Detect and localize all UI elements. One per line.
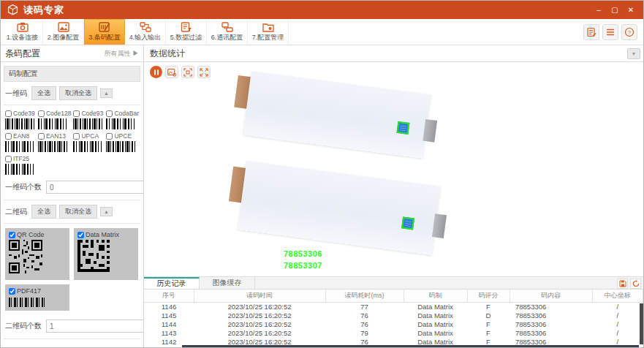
oned-collapse-button[interactable]: ▲ bbox=[100, 88, 113, 98]
col-elapsed-ms[interactable]: 读码耗时(ms) bbox=[325, 290, 404, 302]
twod-select-all-button[interactable]: 全选 bbox=[31, 205, 56, 219]
report-button[interactable] bbox=[583, 24, 599, 40]
tab-barcode-config[interactable]: 3.条码配置 bbox=[84, 19, 125, 45]
oned-barcode-grid: Code39 Code128 Code9 bbox=[4, 110, 140, 175]
history-table-header: 序号 读码时间 读码耗时(ms) 码制 码评分 码内容 中心坐标 bbox=[144, 290, 643, 302]
itf25-checkbox-row[interactable]: ITF25 bbox=[5, 155, 36, 162]
twod-tile-grid: QR Code bbox=[4, 228, 140, 311]
data-filter-icon bbox=[181, 22, 192, 32]
table-row[interactable]: 1143 2023/10/25 16:20:52 79 Data Matrix … bbox=[144, 328, 643, 337]
table-row[interactable]: 1146 2023/10/25 16:20:52 77 Data Matrix … bbox=[144, 302, 643, 311]
cell2-body bbox=[238, 161, 441, 255]
barcode-type-ean13: EAN13 bbox=[38, 132, 72, 152]
twod-count-row: 二维码个数 ▲ ▼ bbox=[4, 317, 140, 339]
ean8-checkbox-row[interactable]: EAN8 bbox=[5, 132, 36, 140]
ean13-checkbox[interactable] bbox=[38, 133, 45, 140]
tab-device-connect[interactable]: 1.设备连接 bbox=[2, 19, 43, 45]
left-panel-body: 码制配置 一维码 全选 取消全选 ▲ Code39 bbox=[1, 62, 143, 348]
tab-input-output[interactable]: 4.输入输出 bbox=[125, 19, 166, 45]
table-row[interactable]: 1145 2023/10/25 16:20:52 76 Data Matrix … bbox=[144, 311, 643, 319]
barcode-edit-icon bbox=[99, 22, 110, 32]
minimize-button[interactable]: – bbox=[592, 4, 605, 16]
app-logo-cube-icon bbox=[7, 4, 19, 16]
maximize-button[interactable]: ▢ bbox=[608, 4, 621, 16]
code93-checkbox-row[interactable]: Code93 bbox=[73, 110, 104, 117]
all-properties-link[interactable]: 所有属性 ▶ bbox=[104, 49, 139, 58]
barcode-type-upce: UPCE bbox=[106, 132, 139, 152]
code-system-section-header: 码制配置 bbox=[4, 66, 140, 82]
code128-checkbox[interactable] bbox=[38, 110, 45, 117]
ean13-checkbox-row[interactable]: EAN13 bbox=[38, 132, 72, 140]
upca-checkbox-row[interactable]: UPCA bbox=[73, 132, 104, 140]
tab-history-records[interactable]: 历史记录 bbox=[144, 277, 200, 289]
code39-checkbox[interactable] bbox=[5, 110, 12, 117]
codabar-checkbox-row[interactable]: CodaBar bbox=[106, 110, 139, 117]
code39-barcode-image bbox=[5, 118, 34, 129]
fit-region-button[interactable] bbox=[181, 66, 194, 78]
itf25-checkbox[interactable] bbox=[5, 156, 12, 162]
twod-count-input[interactable] bbox=[47, 320, 143, 332]
all-properties-label: 所有属性 bbox=[104, 50, 130, 57]
code93-barcode-image bbox=[73, 118, 102, 129]
pdf417-checkbox-row[interactable]: PDF417 bbox=[9, 287, 66, 295]
close-button[interactable]: ✕ bbox=[624, 4, 637, 16]
tab-image-config[interactable]: 2.图像配置 bbox=[43, 19, 84, 45]
col-code-content[interactable]: 码内容 bbox=[509, 290, 592, 302]
twod-collapse-button[interactable]: ▲ bbox=[100, 207, 113, 216]
pdf417-checkbox[interactable] bbox=[9, 288, 15, 295]
codabar-checkbox[interactable] bbox=[106, 110, 113, 117]
refresh-history-button[interactable] bbox=[630, 279, 641, 289]
fit-region-icon bbox=[183, 68, 192, 77]
upce-checkbox[interactable] bbox=[106, 133, 113, 140]
oned-count-input[interactable] bbox=[47, 181, 143, 193]
qrcode-checkbox[interactable] bbox=[9, 232, 15, 238]
save-history-button[interactable] bbox=[617, 279, 628, 289]
col-read-time[interactable]: 读码时间 bbox=[194, 290, 325, 302]
table-vertical-scrollbar[interactable] bbox=[640, 303, 643, 344]
pause-button[interactable] bbox=[150, 66, 162, 78]
upce-checkbox-row[interactable]: UPCE bbox=[106, 132, 139, 140]
col-seq[interactable]: 序号 bbox=[144, 290, 194, 302]
battery-cell-image-2 bbox=[238, 161, 441, 255]
col-code-type[interactable]: 码制 bbox=[404, 290, 467, 302]
datamatrix-checkbox[interactable] bbox=[77, 232, 84, 238]
image-viewer[interactable]: 78853306 78853307 bbox=[144, 62, 643, 277]
list-button[interactable] bbox=[602, 24, 618, 40]
oned-deselect-all-button[interactable]: 取消全选 bbox=[59, 86, 97, 100]
col-code-grade[interactable]: 码评分 bbox=[467, 290, 509, 302]
tab-image-cache[interactable]: 图像缓存 bbox=[200, 277, 255, 289]
datamatrix-checkbox-row[interactable]: Data Matrix bbox=[77, 231, 135, 238]
qrcode-checkbox-row[interactable]: QR Code bbox=[9, 231, 66, 238]
tab-label: 6.通讯配置 bbox=[211, 33, 243, 42]
barcode-type-label: Code39 bbox=[13, 110, 35, 117]
twod-group-row: 二维码 全选 取消全选 ▲ bbox=[4, 205, 140, 224]
tab-label: 5.数据过滤 bbox=[170, 33, 202, 42]
oned-select-all-button[interactable]: 全选 bbox=[31, 86, 56, 100]
col-center-coord[interactable]: 中心坐标 bbox=[592, 290, 643, 302]
history-table[interactable]: 序号 读码时间 读码耗时(ms) 码制 码评分 码内容 中心坐标 1146 20 bbox=[144, 290, 643, 348]
tab-config-manage[interactable]: 7.配置管理 bbox=[248, 19, 289, 45]
cell-code-type: Data Matrix bbox=[404, 328, 467, 337]
code128-checkbox-row[interactable]: Code128 bbox=[38, 110, 72, 117]
ean8-checkbox[interactable] bbox=[5, 133, 12, 140]
fullscreen-button[interactable] bbox=[197, 66, 211, 78]
help-button[interactable]: ? bbox=[621, 24, 637, 40]
upca-checkbox[interactable] bbox=[73, 133, 80, 140]
twod-deselect-all-button[interactable]: 取消全选 bbox=[59, 205, 97, 219]
history-tab-bar: 历史记录 图像缓存 bbox=[144, 277, 643, 290]
cell-coord: / bbox=[592, 319, 643, 328]
tab-data-filter[interactable]: 5.数据过滤 bbox=[166, 19, 207, 45]
code39-checkbox-row[interactable]: Code39 bbox=[5, 110, 36, 117]
cell-read-time: 2023/10/25 16:20:52 bbox=[194, 319, 325, 328]
code93-checkbox[interactable] bbox=[73, 110, 80, 117]
table-horizontal-scrollbar[interactable] bbox=[182, 345, 639, 348]
cell-code-type: Data Matrix bbox=[404, 302, 467, 311]
main-toolbar: 1.设备连接 2.图像配置 3.条码配置 4.输入输出 bbox=[1, 19, 643, 45]
cell-content: 78853306 bbox=[509, 328, 592, 337]
cell-read-time: 2023/10/25 16:20:52 bbox=[194, 328, 325, 337]
table-row[interactable]: 1144 2023/10/25 16:20:52 76 Data Matrix … bbox=[144, 319, 643, 328]
tab-communication-config[interactable]: 6.通讯配置 bbox=[207, 19, 248, 45]
ean8-barcode-image bbox=[5, 141, 34, 152]
panel-dropdown-button[interactable]: ▼ bbox=[627, 48, 640, 59]
snapshot-button[interactable] bbox=[165, 66, 178, 78]
